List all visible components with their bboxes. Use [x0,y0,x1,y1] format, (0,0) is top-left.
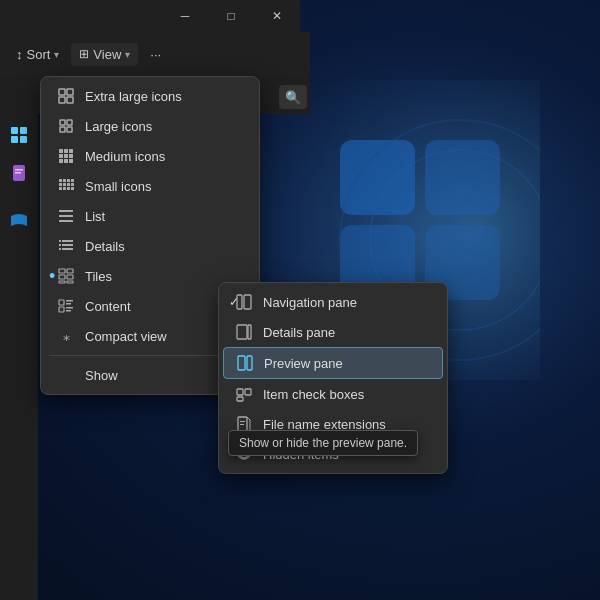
tiles-label: Tiles [85,269,112,284]
maximize-button[interactable]: □ [208,0,254,32]
svg-rect-58 [59,300,64,305]
item-check-boxes-icon [235,385,253,403]
svg-rect-50 [59,248,61,250]
close-button[interactable]: ✕ [254,0,300,32]
svg-rect-16 [59,97,65,103]
toolbar: ↕ Sort ▾ ⊞ View ▾ ··· [0,32,310,76]
content-icon [57,297,75,315]
svg-rect-17 [67,97,73,103]
svg-rect-65 [244,295,251,309]
svg-rect-22 [59,149,63,153]
svg-rect-61 [59,307,64,312]
view-label: View [93,47,121,62]
svg-rect-53 [67,269,73,273]
svg-rect-59 [66,300,73,302]
menu-item-extra-large-icons[interactable]: Extra large icons [45,81,255,111]
svg-rect-23 [64,149,68,153]
medium-icons-label: Medium icons [85,149,165,164]
svg-rect-13 [15,172,21,174]
svg-rect-15 [67,89,73,95]
details-icon [57,237,75,255]
sidebar-icon-1[interactable] [0,116,38,154]
tiles-icon [57,267,75,285]
preview-pane-label: Preview pane [264,356,343,371]
svg-rect-54 [59,275,65,279]
more-button[interactable]: ··· [142,43,169,66]
svg-rect-8 [20,127,27,134]
svg-rect-28 [59,159,63,163]
svg-rect-57 [67,281,73,283]
svg-rect-25 [59,154,63,158]
view-chevron-icon: ▾ [125,49,130,60]
svg-rect-14 [59,89,65,95]
svg-rect-32 [63,179,66,182]
menu-item-navigation-pane[interactable]: Navigation pane [223,287,443,317]
svg-rect-36 [63,183,66,186]
compact-view-icon: ⁎ [57,327,75,345]
svg-rect-34 [71,179,74,182]
svg-rect-69 [247,356,252,370]
svg-rect-18 [60,120,65,125]
svg-rect-75 [240,424,244,425]
navigation-pane-icon [235,293,253,311]
svg-rect-2 [425,140,500,215]
svg-rect-31 [59,179,62,182]
svg-rect-24 [69,149,73,153]
sort-chevron-icon: ▾ [54,49,59,60]
sort-button[interactable]: ↕ Sort ▾ [8,43,67,66]
svg-rect-48 [59,244,61,246]
menu-item-large-icons[interactable]: Large icons [45,111,255,141]
svg-rect-70 [237,389,243,395]
title-bar: ─ □ ✕ [0,0,300,32]
svg-rect-41 [67,187,70,190]
svg-rect-72 [245,389,251,395]
svg-rect-56 [59,281,65,283]
svg-rect-47 [62,240,73,242]
svg-rect-52 [59,269,65,273]
sort-icon: ↕ [16,47,23,62]
list-icon [57,207,75,225]
menu-item-medium-icons[interactable]: Medium icons [45,141,255,171]
svg-rect-20 [60,127,65,132]
menu-item-details-pane[interactable]: Details pane [223,317,443,347]
item-check-boxes-label: Item check boxes [263,387,364,402]
svg-rect-44 [59,215,73,217]
svg-rect-9 [11,136,18,143]
small-icons-label: Small icons [85,179,151,194]
svg-rect-45 [59,220,73,222]
tooltip-text: Show or hide the preview pane. [239,436,407,450]
preview-pane-icon [236,354,254,372]
sidebar-icon-2[interactable] [0,154,38,192]
large-icons-label: Large icons [85,119,152,134]
view-button[interactable]: ⊞ View ▾ [71,43,138,66]
svg-rect-35 [59,183,62,186]
sidebar-icon-3[interactable] [0,200,38,238]
svg-rect-19 [67,120,72,125]
svg-rect-43 [59,210,73,212]
svg-rect-55 [67,275,73,279]
extra-large-icons-label: Extra large icons [85,89,182,104]
svg-rect-66 [237,325,247,339]
navigation-pane-label: Navigation pane [263,295,357,310]
svg-rect-42 [71,187,74,190]
list-label: List [85,209,105,224]
svg-rect-49 [62,244,73,246]
svg-rect-27 [69,154,73,158]
small-icons-icon [57,177,75,195]
svg-rect-74 [240,421,245,422]
svg-rect-12 [15,169,23,171]
svg-rect-38 [71,183,74,186]
svg-rect-71 [237,397,243,401]
menu-item-list[interactable]: List [45,201,255,231]
minimize-button[interactable]: ─ [162,0,208,32]
menu-item-preview-pane[interactable]: Preview pane [223,347,443,379]
search-box[interactable]: 🔍 [279,85,307,109]
window-controls: ─ □ ✕ [162,0,300,32]
view-icon: ⊞ [79,47,89,61]
menu-item-item-check-boxes[interactable]: Item check boxes [223,379,443,409]
svg-rect-10 [20,136,27,143]
svg-rect-21 [67,127,72,132]
details-pane-label: Details pane [263,325,335,340]
menu-item-details[interactable]: Details [45,231,255,261]
menu-item-small-icons[interactable]: Small icons [45,171,255,201]
